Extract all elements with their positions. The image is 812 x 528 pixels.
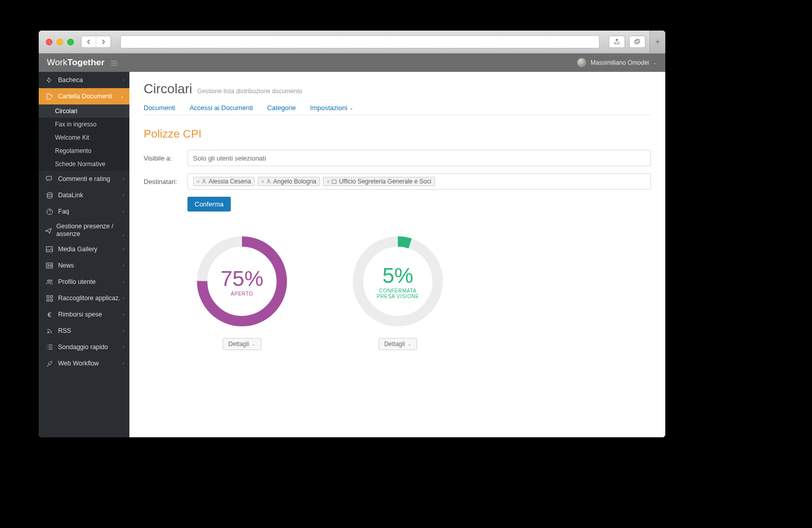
database-icon — [45, 192, 54, 199]
chevron-down-icon: ⌄ — [349, 105, 354, 111]
sidebar-item-label: RSS — [58, 327, 71, 334]
sidebar-item-faq[interactable]: Faq ‹ — [39, 203, 129, 220]
sidebar-subitem-circolari[interactable]: Circolari — [39, 104, 129, 118]
sidebar-item-label: DataLink — [58, 192, 83, 199]
chevron-left-icon: ‹ — [123, 209, 124, 214]
window-minimize-icon[interactable] — [57, 39, 63, 45]
sidebar-subitem-schede-normative[interactable]: Schede Normative — [39, 157, 129, 171]
sidebar: Bacheca ‹ Cartella Documenti ⌄ Circolari… — [39, 72, 129, 437]
sidebar-item-presenze[interactable]: Gestione presenze / assenze ‹ — [39, 220, 129, 241]
tab-impostazioni[interactable]: Impostazioni⌄ — [310, 104, 354, 112]
section-title: Polizze CPI — [144, 127, 651, 141]
app-header: WorkTogether Massimiliano Omodei ⌄ — [39, 54, 665, 72]
sidebar-item-datalink[interactable]: DataLink ‹ — [39, 187, 129, 203]
grid-icon — [45, 295, 54, 302]
chevron-left-icon: ‹ — [123, 361, 124, 366]
svg-rect-16 — [332, 180, 336, 183]
chevron-left-icon: ‹ — [123, 233, 124, 238]
tag-remove-icon[interactable]: × — [261, 178, 264, 184]
visible-select[interactable]: Solo gli utenti selezionati — [187, 150, 651, 166]
sidebar-subitems: Circolari Fax in ingresso Welcome Kit Re… — [39, 104, 129, 171]
user-menu[interactable]: Massimiliano Omodei ⌄ — [577, 58, 665, 67]
browser-toolbar: + — [39, 31, 665, 54]
sidebar-subitem-welcome-kit[interactable]: Welcome Kit — [39, 131, 129, 144]
recipient-tag[interactable]: × Alessia Cesena — [193, 177, 255, 186]
address-bar[interactable] — [120, 35, 600, 48]
logo-thin: Work — [47, 58, 67, 67]
tag-remove-icon[interactable]: × — [327, 178, 330, 184]
logo-bold: Together — [67, 58, 104, 67]
main-content: Circolari Gestione lista distribuzione d… — [129, 72, 665, 437]
nav-forward-button[interactable] — [96, 36, 111, 47]
chevron-left-icon: ‹ — [123, 247, 124, 252]
sidebar-item-media-gallery[interactable]: Media Gallery ‹ — [39, 241, 129, 257]
sidebar-item-news[interactable]: News ‹ — [39, 257, 129, 274]
svg-point-7 — [47, 280, 49, 282]
sidebar-item-commenti[interactable]: Commenti e rating ‹ — [39, 171, 129, 187]
recipients-label: Destinatari: — [144, 178, 187, 186]
tag-remove-icon[interactable]: × — [197, 178, 200, 184]
plane-icon — [45, 227, 52, 234]
content-tabs: Documenti Accessi ai Documenti Categorie… — [144, 104, 651, 115]
page-header: Circolari Gestione lista distribuzione d… — [144, 81, 651, 97]
sidebar-subitem-regolamento[interactable]: Regolamento — [39, 144, 129, 157]
tag-label: Alessia Cesena — [208, 178, 251, 185]
chevron-left-icon: ‹ — [123, 193, 124, 198]
chevron-left-icon: ‹ — [123, 279, 124, 284]
news-icon — [45, 262, 54, 269]
sidebar-item-cartella-documenti[interactable]: Cartella Documenti ⌄ — [39, 88, 129, 104]
chevron-left-icon: ‹ — [123, 263, 124, 268]
new-tab-button[interactable]: + — [649, 31, 665, 53]
nav-back-button[interactable] — [82, 36, 96, 47]
chevron-down-icon: ⌄ — [252, 341, 256, 347]
share-button[interactable] — [609, 36, 625, 48]
svg-point-14 — [203, 179, 205, 181]
sidebar-item-label: Cartella Documenti — [58, 93, 112, 100]
tab-accessi[interactable]: Accessi ai Documenti — [190, 104, 253, 112]
svg-rect-9 — [47, 296, 49, 298]
recipient-tag[interactable]: × Angelo Bologna — [258, 177, 320, 186]
tabs-button[interactable] — [629, 36, 645, 48]
sidebar-subitem-fax[interactable]: Fax in ingresso — [39, 118, 129, 131]
window-close-icon[interactable] — [46, 39, 52, 45]
gauge-detail-button[interactable]: Dettagli ⌄ — [378, 338, 417, 350]
gauge-value: 5% — [383, 263, 414, 288]
rocket-icon — [45, 360, 54, 367]
gauge-detail-button[interactable]: Dettagli ⌄ — [223, 338, 261, 350]
comments-icon — [45, 176, 54, 182]
recipients-input[interactable]: × Alessia Cesena × Angelo Bologna × — [187, 173, 651, 190]
confirm-button[interactable]: Conferma — [187, 197, 231, 212]
sidebar-item-workflow[interactable]: Web Workflow ‹ — [39, 355, 129, 372]
tab-categorie[interactable]: Categorie — [267, 104, 295, 112]
svg-rect-11 — [47, 299, 49, 301]
sidebar-item-rimborsi[interactable]: € Rimborsi spese ‹ — [39, 306, 129, 323]
gauge-aperto: 75% APERTO Dettagli ⌄ — [195, 234, 289, 350]
sidebar-item-rss[interactable]: RSS ‹ — [39, 323, 129, 339]
sidebar-item-label: Gestione presenze / assenze — [57, 223, 123, 238]
sidebar-item-profilo[interactable]: Profilo utente ‹ — [39, 274, 129, 290]
window-zoom-icon[interactable] — [67, 39, 74, 45]
image-icon — [45, 246, 54, 252]
svg-point-8 — [50, 280, 52, 282]
sidebar-item-bacheca[interactable]: Bacheca ‹ — [39, 72, 129, 88]
recipient-tag[interactable]: × Ufficio Segreteria Generale e Soci — [323, 177, 435, 186]
svg-rect-0 — [635, 40, 638, 44]
tab-documenti[interactable]: Documenti — [144, 104, 175, 112]
hamburger-icon[interactable] — [111, 61, 117, 66]
sidebar-item-sondaggio[interactable]: Sondaggio rapido ‹ — [39, 339, 129, 355]
svg-point-3 — [47, 193, 52, 195]
sidebar-item-label: Bacheca — [58, 76, 83, 84]
svg-rect-10 — [50, 296, 52, 298]
user-name: Massimiliano Omodei — [590, 59, 649, 66]
sidebar-item-label: Media Gallery — [58, 246, 97, 253]
chevron-left-icon: ‹ — [123, 345, 124, 350]
gauges-row: 75% APERTO Dettagli ⌄ — [195, 234, 651, 350]
chevron-down-icon: ⌄ — [408, 341, 412, 347]
folder-icon — [45, 93, 54, 100]
sidebar-item-raccoglitore[interactable]: Raccoglitore applicaz. ‹ — [39, 290, 129, 306]
svg-rect-1 — [636, 39, 640, 43]
browser-tool-buttons — [609, 36, 645, 48]
chevron-down-icon: ⌄ — [653, 60, 657, 65]
chevron-down-icon: ⌄ — [120, 94, 124, 99]
chevron-left-icon: ‹ — [123, 296, 124, 301]
